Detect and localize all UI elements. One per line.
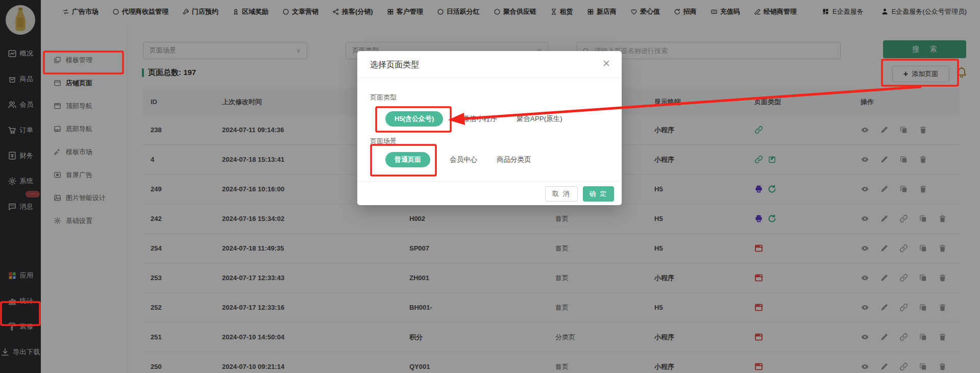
option-member-center[interactable]: 会员中心 xyxy=(450,155,477,164)
modal-section-label-scene: 页面场景 xyxy=(370,137,397,146)
page-type-options: H5(含公众号)微信小程序聚合APP(原生) xyxy=(385,111,562,127)
modal-title: 选择页面类型 xyxy=(370,60,419,70)
cancel-button[interactable]: 取 消 xyxy=(545,186,578,202)
modal-header-divider xyxy=(357,78,622,78)
modal-footer-divider xyxy=(357,181,622,182)
option-goods-category-page[interactable]: 商品分类页 xyxy=(497,155,531,164)
page-scene-options: 普通页面会员中心商品分类页 xyxy=(385,152,531,167)
option-aggregated-app[interactable]: 聚合APP(原生) xyxy=(517,114,562,123)
app-window: 概况商品会员订单财务系统消息···应用统计装修导出下载 广告市场代理商收益管理门… xyxy=(0,0,980,373)
option-h5-label: H5(含公众号) xyxy=(395,114,434,123)
close-icon[interactable]: ✕ xyxy=(602,58,610,69)
option-normal-page-label: 普通页面 xyxy=(395,155,421,164)
option-h5[interactable]: H5(含公众号) xyxy=(385,111,443,127)
select-page-type-modal: 选择页面类型 ✕ 页面类型 H5(含公众号)微信小程序聚合APP(原生) 页面场… xyxy=(357,51,622,205)
option-wechat-miniprogram[interactable]: 微信小程序 xyxy=(462,114,497,123)
confirm-button[interactable]: 确 定 xyxy=(583,186,614,202)
option-normal-page[interactable]: 普通页面 xyxy=(385,152,430,167)
modal-section-label-type: 页面类型 xyxy=(370,93,397,102)
